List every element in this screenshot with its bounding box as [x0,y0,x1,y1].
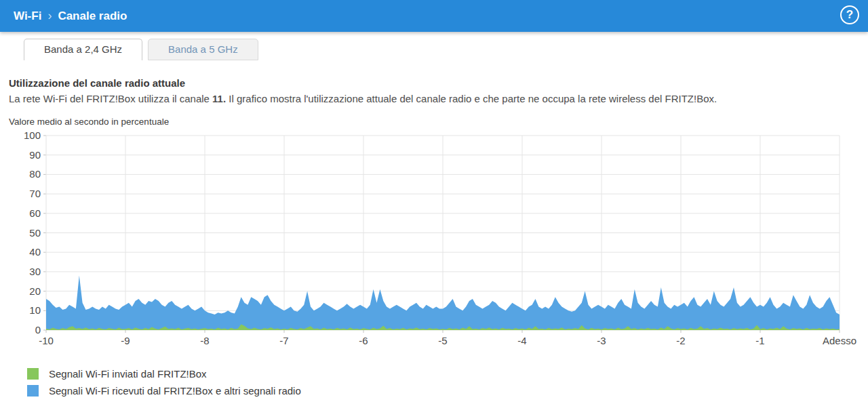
svg-text:100: 100 [24,129,41,141]
tab-banda-5-ghz[interactable]: Banda a 5 GHz [148,39,258,60]
svg-text:-10: -10 [39,335,54,346]
svg-text:70: 70 [29,188,41,199]
svg-text:-7: -7 [279,335,288,346]
page-content: Utilizzazione del canale radio attuale L… [0,77,868,397]
legend-item-received: Segnali Wi-Fi ricevuti dal FRITZ!Box e a… [27,385,859,397]
svg-text:10: 10 [29,304,41,316]
channel-number: 11. [212,93,226,104]
svg-text:20: 20 [29,285,41,297]
legend-label-received: Segnali Wi-Fi ricevuti dal FRITZ!Box e a… [49,385,301,397]
svg-text:-6: -6 [359,335,368,346]
svg-text:-9: -9 [121,335,130,346]
svg-text:60: 60 [29,207,41,219]
breadcrumb-separator-icon: › [47,9,52,23]
legend-swatch-blue [27,385,39,397]
breadcrumb-canale-radio: Canale radio [58,9,127,23]
svg-text:50: 50 [29,227,41,239]
svg-text:90: 90 [29,149,41,161]
app-header: Wi-Fi › Canale radio ? [0,0,868,32]
svg-text:-5: -5 [438,335,447,346]
svg-text:-8: -8 [200,335,209,346]
legend-label-sent: Segnali Wi-Fi inviati dal FRITZ!Box [49,368,207,380]
description-text-before: La rete Wi-Fi del FRITZ!Box utilizza il … [9,93,212,104]
svg-text:0: 0 [35,324,41,336]
tab-banda-2-4-ghz[interactable]: Banda a 2,4 GHz [24,39,142,60]
svg-text:-2: -2 [676,335,685,346]
section-description: La rete Wi-Fi del FRITZ!Box utilizza il … [9,92,859,106]
svg-text:40: 40 [29,246,41,258]
section-title: Utilizzazione del canale radio attuale [9,77,859,90]
help-icon[interactable]: ? [840,5,859,24]
svg-text:Adesso: Adesso [823,335,856,346]
channel-utilization-chart: 0102030405060708090100-10-9-8-7-6-5-4-3-… [0,128,868,352]
chart-axis-caption: Valore medio al secondo in percentuale [9,117,859,127]
breadcrumb: Wi-Fi › Canale radio [14,9,127,23]
legend-item-sent: Segnali Wi-Fi inviati dal FRITZ!Box [27,368,859,380]
svg-text:30: 30 [29,266,41,277]
description-text-after: Il grafico mostra l'utilizzazione attual… [226,93,717,104]
svg-text:80: 80 [29,168,41,180]
svg-text:-4: -4 [517,335,526,346]
breadcrumb-wifi[interactable]: Wi-Fi [14,9,41,23]
legend-swatch-green [27,368,39,380]
svg-text:-1: -1 [755,335,764,346]
svg-text:-3: -3 [597,335,606,346]
chart-legend: Segnali Wi-Fi inviati dal FRITZ!Box Segn… [27,368,859,397]
utilization-chart-svg: 0102030405060708090100-10-9-8-7-6-5-4-3-… [0,128,868,352]
band-tabs: Banda a 2,4 GHz Banda a 5 GHz [0,39,868,60]
